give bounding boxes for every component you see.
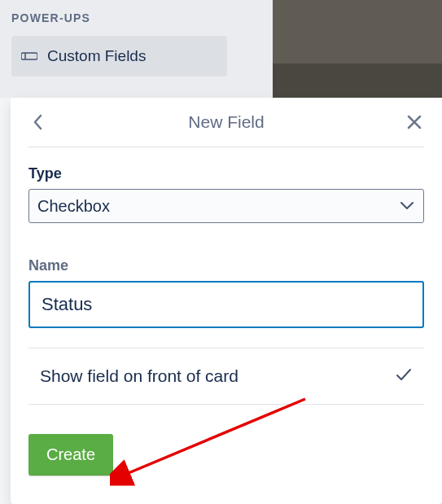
powerups-section-label: POWER-UPS — [11, 11, 261, 24]
custom-fields-button[interactable]: Custom Fields — [11, 36, 227, 77]
show-on-front-label: Show field on front of card — [40, 366, 239, 386]
modal-title: New Field — [48, 112, 405, 132]
name-input[interactable] — [28, 281, 424, 328]
show-on-front-toggle[interactable]: Show field on front of card — [28, 348, 424, 405]
custom-fields-label: Custom Fields — [47, 47, 146, 65]
chevron-left-icon — [33, 113, 44, 131]
close-icon — [407, 115, 422, 129]
new-field-modal: New Field Type Checkbox Name Show field … — [11, 98, 442, 504]
modal-header: New Field — [28, 112, 424, 147]
card-cover-background-lower — [273, 64, 442, 98]
create-button[interactable]: Create — [28, 434, 113, 476]
type-select[interactable]: Checkbox — [28, 189, 424, 223]
close-button[interactable] — [405, 112, 424, 132]
type-select-value: Checkbox — [37, 197, 110, 216]
card-cover-background — [273, 0, 442, 64]
type-label: Type — [28, 165, 424, 182]
powerups-panel: POWER-UPS Custom Fields — [0, 0, 273, 98]
svg-rect-0 — [21, 53, 37, 59]
check-icon — [395, 367, 413, 385]
custom-fields-icon — [21, 50, 37, 62]
name-label: Name — [28, 257, 424, 274]
back-button[interactable] — [28, 112, 48, 132]
